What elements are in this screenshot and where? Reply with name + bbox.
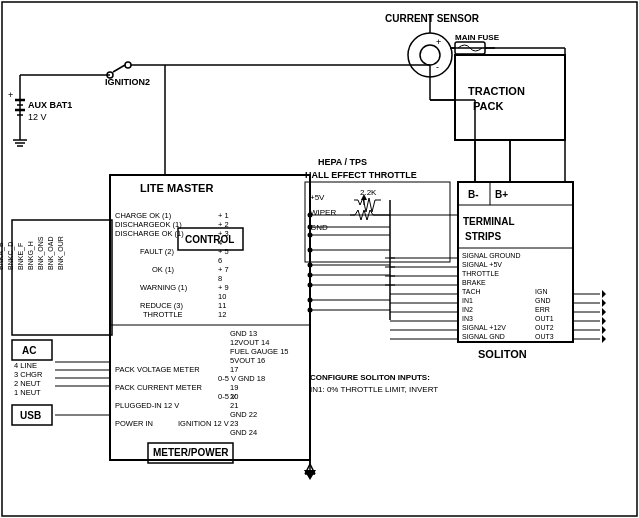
svg-text:19: 19 <box>230 383 238 392</box>
svg-text:+5V: +5V <box>310 193 325 202</box>
svg-text:IN3: IN3 <box>462 315 473 322</box>
svg-text:BNK_ONS: BNK_ONS <box>37 236 45 270</box>
svg-text:THROTTLE: THROTTLE <box>143 310 183 319</box>
svg-text:+ 3: + 3 <box>218 229 229 238</box>
svg-text:IN1: 0% THROTTLE LIMIT, INVERT: IN1: 0% THROTTLE LIMIT, INVERT <box>310 385 438 394</box>
svg-text:CONFIGURE SOLITON INPUTS:: CONFIGURE SOLITON INPUTS: <box>310 373 430 382</box>
svg-text:AUX BAT1: AUX BAT1 <box>28 100 72 110</box>
svg-text:+ 9: + 9 <box>218 283 229 292</box>
svg-text:+: + <box>436 37 441 47</box>
svg-text:BNKG_H: BNKG_H <box>27 241 35 270</box>
svg-text:HALL EFFECT THROTTLE: HALL EFFECT THROTTLE <box>305 170 417 180</box>
svg-text:OUT2: OUT2 <box>535 324 554 331</box>
svg-text:SIGNAL +5V: SIGNAL +5V <box>462 261 502 268</box>
svg-text:IN2: IN2 <box>462 306 473 313</box>
svg-text:12 V: 12 V <box>28 112 47 122</box>
svg-point-181 <box>308 263 313 268</box>
svg-text:23: 23 <box>230 419 238 428</box>
svg-text:LITE MASTER: LITE MASTER <box>140 182 213 194</box>
svg-text:SIGNAL +12V: SIGNAL +12V <box>462 324 506 331</box>
svg-rect-0 <box>0 0 639 518</box>
svg-text:METER/POWER: METER/POWER <box>153 447 229 458</box>
svg-text:1 NEUT: 1 NEUT <box>14 388 41 397</box>
svg-text:4 LINE: 4 LINE <box>14 361 37 370</box>
svg-text:AC: AC <box>22 345 36 356</box>
svg-point-182 <box>308 273 313 278</box>
svg-point-179 <box>308 233 313 238</box>
svg-text:B-: B- <box>468 189 479 200</box>
svg-text:IN1: IN1 <box>462 297 473 304</box>
svg-text:BRAKE: BRAKE <box>462 279 486 286</box>
svg-text:-: - <box>436 62 439 72</box>
svg-text:6: 6 <box>218 256 222 265</box>
svg-text:5VOUT 16: 5VOUT 16 <box>230 356 265 365</box>
svg-text:DISCHARGE OK (1): DISCHARGE OK (1) <box>115 229 184 238</box>
svg-point-185 <box>308 308 313 313</box>
svg-text:+ 1: + 1 <box>218 211 229 220</box>
svg-text:STRIPS: STRIPS <box>465 231 501 242</box>
svg-text:10: 10 <box>218 292 226 301</box>
svg-text:+ 2: + 2 <box>218 220 229 229</box>
svg-text:4: 4 <box>218 238 222 247</box>
svg-text:GND 24: GND 24 <box>230 428 257 437</box>
svg-text:GND: GND <box>535 297 551 304</box>
svg-text:2.2K: 2.2K <box>360 188 377 197</box>
svg-text:8: 8 <box>218 274 222 283</box>
svg-text:PACK: PACK <box>473 100 503 112</box>
svg-text:+ 5: + 5 <box>218 247 229 256</box>
svg-text:PACK CURRENT METER: PACK CURRENT METER <box>115 383 202 392</box>
svg-point-184 <box>308 298 313 303</box>
svg-text:TACH: TACH <box>462 288 481 295</box>
svg-text:2 NEUT: 2 NEUT <box>14 379 41 388</box>
svg-text:12VOUT 14: 12VOUT 14 <box>230 338 269 347</box>
svg-text:HEPA / TPS: HEPA / TPS <box>318 157 367 167</box>
svg-text:GND 22: GND 22 <box>230 410 257 419</box>
svg-text:OUT1: OUT1 <box>535 315 554 322</box>
svg-text:THROTTLE: THROTTLE <box>462 270 499 277</box>
svg-text:3 CHGR: 3 CHGR <box>14 370 43 379</box>
svg-text:17: 17 <box>230 365 238 374</box>
svg-text:WIPER: WIPER <box>310 208 336 217</box>
svg-point-183 <box>308 283 313 288</box>
svg-text:OUT3: OUT3 <box>535 333 554 340</box>
svg-text:0-5 V: 0-5 V <box>218 392 236 401</box>
svg-text:REDUCE (3): REDUCE (3) <box>140 301 183 310</box>
svg-text:IGNITION2: IGNITION2 <box>105 77 150 87</box>
svg-text:SIGNAL GROUND: SIGNAL GROUND <box>462 252 520 259</box>
svg-text:ERR: ERR <box>535 306 550 313</box>
svg-text:IGNITION 12 V: IGNITION 12 V <box>178 419 229 428</box>
svg-text:BNKC_D: BNKC_D <box>7 242 15 270</box>
svg-text:21: 21 <box>230 401 238 410</box>
svg-text:+: + <box>8 90 13 100</box>
svg-text:IGN: IGN <box>535 288 547 295</box>
svg-text:USB: USB <box>20 410 41 421</box>
svg-text:WARNING (1): WARNING (1) <box>140 283 188 292</box>
svg-text:CURRENT SENSOR: CURRENT SENSOR <box>385 13 480 24</box>
svg-text:BNK_OAD: BNK_OAD <box>47 237 55 270</box>
svg-text:PLUGGED-IN 12 V: PLUGGED-IN 12 V <box>115 401 179 410</box>
svg-text:BNK_OUR: BNK_OUR <box>57 236 65 270</box>
svg-text:12: 12 <box>218 310 226 319</box>
svg-point-177 <box>308 213 313 218</box>
svg-text:11: 11 <box>218 301 226 310</box>
svg-text:CHARGE OK (1): CHARGE OK (1) <box>115 211 172 220</box>
svg-text:OK (1): OK (1) <box>152 265 175 274</box>
svg-text:FUEL GAUGE 15: FUEL GAUGE 15 <box>230 347 289 356</box>
svg-text:GND 13: GND 13 <box>230 329 257 338</box>
svg-text:PACK VOLTAGE METER: PACK VOLTAGE METER <box>115 365 200 374</box>
svg-text:TRACTION: TRACTION <box>468 85 525 97</box>
svg-text:SOLITON: SOLITON <box>478 348 527 360</box>
svg-point-180 <box>308 248 313 253</box>
schematic-diagram: + AUX BAT1 12 V IGNITION2 LITE MASTER CO… <box>0 0 639 518</box>
svg-text:POWER IN: POWER IN <box>115 419 153 428</box>
svg-text:TERMINAL: TERMINAL <box>463 216 515 227</box>
svg-text:BNKE_F: BNKE_F <box>17 243 25 270</box>
svg-text:+ 7: + 7 <box>218 265 229 274</box>
svg-text:SIGNAL GND: SIGNAL GND <box>462 333 505 340</box>
svg-text:DISCHARGEOK (1): DISCHARGEOK (1) <box>115 220 182 229</box>
svg-text:0-5 V   GND 18: 0-5 V GND 18 <box>218 374 265 383</box>
svg-text:FAULT (2): FAULT (2) <box>140 247 174 256</box>
svg-text:MAIN FUSE: MAIN FUSE <box>455 33 500 42</box>
svg-point-178 <box>308 225 313 230</box>
svg-text:B+: B+ <box>495 189 508 200</box>
